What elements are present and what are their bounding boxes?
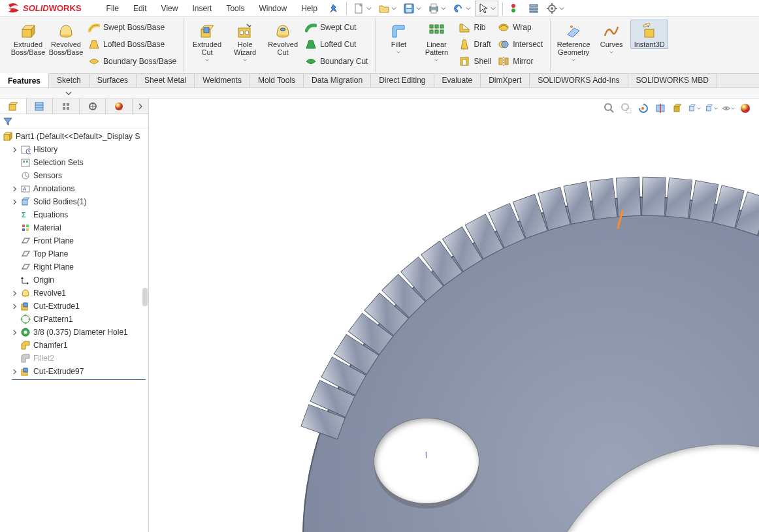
revolved-cut-button[interactable]: Revolved Cut — [264, 20, 302, 57]
tab-direct-editing[interactable]: Direct Editing — [371, 74, 434, 87]
tree-item[interactable]: Sensors — [0, 169, 148, 182]
tree-item[interactable]: Origin — [0, 274, 148, 287]
tab-data-migration[interactable]: Data Migration — [304, 74, 371, 87]
tab-sheet-metal[interactable]: Sheet Metal — [137, 74, 195, 87]
tree-item-label: Material — [33, 223, 61, 232]
side-tab-property[interactable] — [27, 99, 54, 114]
side-tab-expand[interactable] — [133, 99, 148, 114]
tab-evaluate[interactable]: Evaluate — [434, 74, 481, 87]
save-button[interactable] — [400, 1, 424, 16]
graphics-view[interactable]: | | — [149, 99, 759, 532]
undo-button[interactable] — [450, 1, 474, 16]
tree-item[interactable]: Front Plane — [0, 234, 148, 247]
settings-button[interactable] — [543, 1, 567, 16]
wrap-button[interactable]: Wrap — [494, 20, 546, 35]
tree-item-icon — [20, 196, 31, 207]
boundary-boss-button[interactable]: Boundary Boss/Base — [85, 54, 180, 69]
previous-view-button[interactable] — [636, 101, 651, 116]
command-tabs: Features Sketch Surfaces Sheet Metal Wel… — [0, 73, 759, 87]
boundary-cut-button[interactable]: Boundary Cut — [302, 54, 371, 69]
menu-tools[interactable]: Tools — [219, 2, 251, 15]
side-tab-appearance[interactable] — [106, 99, 133, 114]
tree-item-label: CirPattern1 — [33, 315, 73, 324]
tree-item[interactable]: History — [0, 143, 148, 156]
menu-window[interactable]: Window — [252, 2, 293, 15]
side-tab-dimxpert[interactable] — [80, 99, 106, 114]
tree-item[interactable]: Right Plane — [0, 260, 148, 274]
draft-button[interactable]: Draft — [455, 37, 494, 52]
tree-item-label: Cut-Extrude1 — [33, 302, 80, 311]
tree-item[interactable]: Cut-Extrude1 — [0, 300, 148, 313]
lofted-cut-button[interactable]: Lofted Cut — [302, 37, 371, 52]
menu-edit[interactable]: Edit — [127, 2, 153, 15]
tree-item[interactable]: Cut-Extrude97 — [0, 365, 148, 378]
tree-item[interactable]: Equations — [0, 208, 148, 221]
tab-mbd[interactable]: SOLIDWORKS MBD — [628, 74, 717, 87]
shell-button[interactable]: Shell — [455, 54, 494, 69]
tab-surfaces[interactable]: Surfaces — [89, 74, 137, 87]
tree-item-label: Top Plane — [33, 249, 68, 258]
lofted-boss-button[interactable]: Lofted Boss/Base — [85, 37, 180, 52]
fillet-button[interactable]: Fillet — [380, 20, 417, 55]
extruded-boss-button[interactable]: Extruded Boss/Base — [9, 20, 47, 57]
mirror-button[interactable]: Mirror — [494, 54, 546, 69]
filter-icon[interactable] — [3, 116, 13, 127]
apply-scene-button[interactable] — [738, 101, 752, 116]
edit-appearance-button[interactable] — [721, 101, 735, 116]
tree-item[interactable]: Annotations — [0, 182, 148, 195]
curves-button[interactable]: Curves — [592, 20, 630, 55]
view-orientation-button[interactable] — [670, 101, 685, 116]
tree-item[interactable]: Chamfer1 — [0, 339, 148, 352]
print-button[interactable] — [425, 1, 449, 16]
options-button[interactable] — [525, 1, 542, 16]
linear-pattern-button[interactable]: Linear Pattern — [417, 20, 455, 63]
panel-scroll-handle[interactable] — [142, 288, 148, 306]
tree-item[interactable]: Fillet2 — [0, 352, 148, 365]
side-tab-config[interactable] — [53, 99, 80, 114]
tree-item[interactable]: Revolve1 — [0, 287, 148, 300]
menu-help[interactable]: Help — [295, 2, 324, 15]
instant3d-button[interactable]: Instant3D — [630, 20, 668, 49]
model-gear-body: | | — [302, 196, 759, 532]
tree-item-label: Equations — [33, 210, 68, 219]
tab-addins[interactable]: SOLIDWORKS Add-Ins — [530, 74, 628, 87]
tab-mold-tools[interactable]: Mold Tools — [250, 74, 304, 87]
tab-dimxpert[interactable]: DimXpert — [481, 74, 530, 87]
tree-item-icon — [20, 144, 31, 155]
tree-root[interactable]: Part1 (Default<<Default>_Display S — [0, 130, 148, 143]
menu-view[interactable]: View — [155, 2, 185, 15]
side-tab-feature-tree[interactable] — [0, 99, 27, 114]
tree-item[interactable]: Material — [0, 221, 148, 234]
tree-item-icon — [20, 275, 31, 285]
extruded-cut-button[interactable]: Extruded Cut — [188, 20, 226, 63]
reference-geometry-button[interactable]: Reference Geometry — [555, 20, 592, 63]
tree-item[interactable]: Solid Bodies(1) — [0, 195, 148, 208]
tree-item[interactable]: Selection Sets — [0, 156, 148, 169]
zoom-area-button[interactable] — [619, 101, 634, 116]
tree-item[interactable]: CirPattern1 — [0, 313, 148, 326]
swept-cut-button[interactable]: Swept Cut — [302, 20, 371, 35]
section-view-button[interactable] — [653, 101, 668, 116]
tab-sketch[interactable]: Sketch — [49, 74, 89, 87]
pin-icon[interactable] — [329, 4, 338, 13]
zoom-fit-button[interactable] — [602, 101, 617, 116]
display-style-button[interactable] — [687, 101, 702, 116]
tab-features[interactable]: Features — [0, 73, 49, 87]
menu-insert[interactable]: Insert — [186, 2, 218, 15]
intersect-button[interactable]: Intersect — [494, 37, 546, 52]
tree-item[interactable]: 3/8 (0.375) Diameter Hole1 — [0, 326, 148, 339]
hole-wizard-button[interactable]: Hole Wizard — [226, 20, 264, 63]
hide-show-button[interactable] — [704, 101, 719, 116]
rib-button[interactable]: Rib — [455, 20, 494, 35]
doc-flyout-icon[interactable] — [65, 90, 72, 97]
open-button[interactable] — [376, 1, 399, 16]
new-button[interactable] — [351, 1, 374, 16]
tree-item[interactable]: Top Plane — [0, 247, 148, 260]
select-button[interactable] — [475, 1, 498, 16]
tree-item-label: Fillet2 — [33, 354, 54, 363]
revolved-boss-button[interactable]: Revolved Boss/Base — [47, 20, 85, 57]
rebuild-light-button[interactable] — [507, 1, 524, 16]
tab-weldments[interactable]: Weldments — [195, 74, 250, 87]
menu-file[interactable]: File — [100, 2, 125, 15]
swept-boss-button[interactable]: Swept Boss/Base — [85, 20, 180, 35]
